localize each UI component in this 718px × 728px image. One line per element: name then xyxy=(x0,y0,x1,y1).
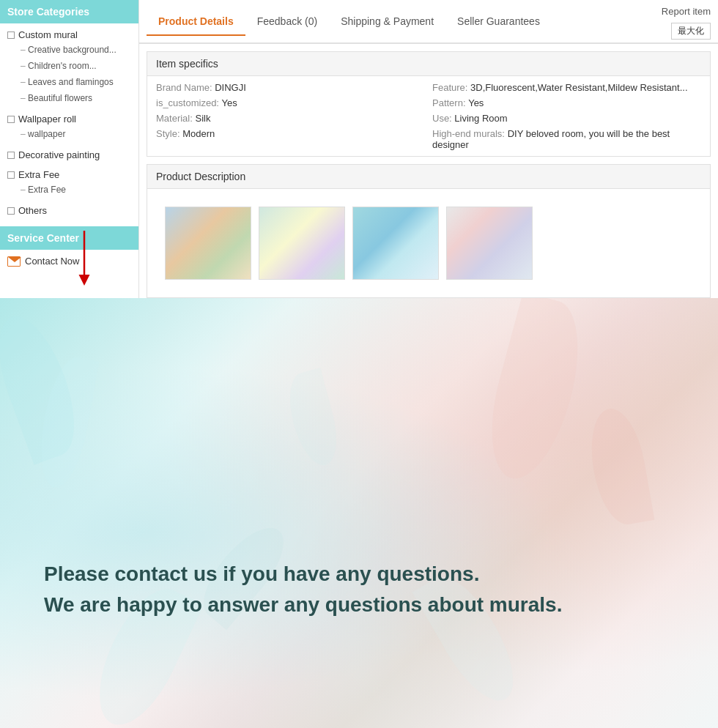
contact-now-item[interactable]: Contact Now xyxy=(0,250,138,272)
spec-value: Yes xyxy=(222,97,237,108)
spec-item-right-0: Feature: 3D,Fluorescent,Water Resistant,… xyxy=(432,82,701,93)
bottom-text-line1: Please contact us if you have any questi… xyxy=(44,559,674,590)
spec-value: Silk xyxy=(195,113,210,124)
sidebar-child-item[interactable]: Creative background... xyxy=(21,42,131,58)
contact-now-label: Contact Now xyxy=(25,256,79,267)
sidebar-child-item[interactable]: Children's room... xyxy=(21,58,131,74)
store-categories-header: Store Categories xyxy=(0,0,138,23)
category-label: Custom mural xyxy=(18,29,78,40)
spec-label: Feature: xyxy=(432,82,467,93)
tabs-bar: Product DetailsFeedback (0)Shipping & Pa… xyxy=(139,0,718,44)
spec-label: is_customized: xyxy=(156,97,219,108)
category-label: Wallpaper roll xyxy=(18,114,76,125)
sidebar-category-children-custom-mural: Creative background...Children's room...… xyxy=(7,42,131,106)
product-image-img1[interactable] xyxy=(165,207,251,280)
spec-item-left-1: is_customized: Yes xyxy=(156,97,425,108)
sidebar-category-group-extra-fee: Extra FeeExtra Fee xyxy=(0,163,138,199)
sidebar-category-group-decorative-painting: Decorative painting xyxy=(0,144,138,163)
sidebar-category-custom-mural[interactable]: Custom mural xyxy=(7,28,131,42)
spec-item-right-2: Use: Living Room xyxy=(432,113,701,124)
sidebar-category-group-custom-mural: Custom muralCreative background...Childr… xyxy=(0,23,138,108)
sidebar-category-group-others: Others xyxy=(0,199,138,219)
sidebar-category-extra-fee[interactable]: Extra Fee xyxy=(7,168,131,182)
bottom-text-line2: We are happy to answer any questions abo… xyxy=(44,590,674,620)
spec-item-left-3: Style: Modern xyxy=(156,128,425,150)
product-image-img4[interactable] xyxy=(446,207,533,280)
category-expand-icon xyxy=(7,31,15,39)
sidebar-category-group-wallpaper-roll: Wallpaper rollwallpaper xyxy=(0,108,138,144)
tab-feedback[interactable]: Feedback (0) xyxy=(245,8,329,36)
sidebar-category-others[interactable]: Others xyxy=(7,204,131,218)
tab-product-details[interactable]: Product Details xyxy=(147,8,245,36)
spec-label: Use: xyxy=(432,113,452,124)
spec-label: Style: xyxy=(156,128,180,139)
service-center-header: Service Center xyxy=(0,226,138,250)
report-item-button[interactable]: Report item xyxy=(662,3,711,20)
spec-item-left-2: Material: Silk xyxy=(156,113,425,124)
sidebar: Store Categories Custom muralCreative ba… xyxy=(0,0,139,298)
spec-value: 3D,Fluorescent,Water Resistant,Mildew Re… xyxy=(470,82,687,93)
tabs-right: Report item 最大化 xyxy=(662,0,711,42)
bottom-section: Please contact us if you have any questi… xyxy=(0,298,718,728)
sidebar-category-children-extra-fee: Extra Fee xyxy=(7,182,131,198)
spec-label: High-end murals: xyxy=(432,128,505,139)
category-expand-icon xyxy=(7,171,15,179)
product-description-header: Product Description xyxy=(147,164,711,188)
spec-item-right-1: Pattern: Yes xyxy=(432,97,701,108)
maximize-button[interactable]: 最大化 xyxy=(671,23,711,40)
spec-value: Yes xyxy=(468,97,484,108)
item-specifics-section: Item specifics Brand Name: DINGJIFeature… xyxy=(147,51,711,157)
sidebar-category-decorative-painting[interactable]: Decorative painting xyxy=(7,148,131,162)
bottom-text: Please contact us if you have any questi… xyxy=(44,559,674,620)
product-image-img2[interactable] xyxy=(259,207,345,280)
category-label: Others xyxy=(18,205,47,216)
envelope-icon xyxy=(7,256,21,267)
category-expand-icon xyxy=(7,116,15,123)
tab-seller-guarantees[interactable]: Seller Guarantees xyxy=(445,8,552,36)
spec-item-left-0: Brand Name: DINGJI xyxy=(156,82,425,93)
category-label: Extra Fee xyxy=(18,169,59,180)
sidebar-category-wallpaper-roll[interactable]: Wallpaper roll xyxy=(7,112,131,126)
spec-label: Brand Name: xyxy=(156,82,212,93)
sidebar-child-item[interactable]: Leaves and flamingos xyxy=(21,74,131,90)
sidebar-child-item[interactable]: Extra Fee xyxy=(21,182,131,198)
spec-value: Modern xyxy=(182,128,215,139)
spec-value: DINGJI xyxy=(215,82,246,93)
sidebar-child-item[interactable]: Beautiful flowers xyxy=(21,90,131,106)
sidebar-category-children-wallpaper-roll: wallpaper xyxy=(7,126,131,142)
product-description-section: Product Description xyxy=(147,164,711,298)
bottom-background: Please contact us if you have any questi… xyxy=(0,298,718,728)
spec-value: Living Room xyxy=(454,113,507,124)
category-expand-icon xyxy=(7,207,15,215)
product-images xyxy=(156,201,701,286)
tab-shipping-payment[interactable]: Shipping & Payment xyxy=(329,8,445,36)
item-specifics-header: Item specifics xyxy=(147,52,710,76)
product-image-img3[interactable] xyxy=(352,207,439,280)
spec-label: Material: xyxy=(156,113,193,124)
category-label: Decorative painting xyxy=(18,149,100,160)
sidebar-child-item[interactable]: wallpaper xyxy=(21,126,131,142)
spec-item-right-3: High-end murals: DIY beloved room, you w… xyxy=(432,128,701,150)
spec-label: Pattern: xyxy=(432,97,466,108)
specs-grid: Brand Name: DINGJIFeature: 3D,Fluorescen… xyxy=(147,76,710,156)
main-content: Product DetailsFeedback (0)Shipping & Pa… xyxy=(139,0,718,298)
category-expand-icon xyxy=(7,152,15,159)
product-description-content xyxy=(147,188,711,298)
